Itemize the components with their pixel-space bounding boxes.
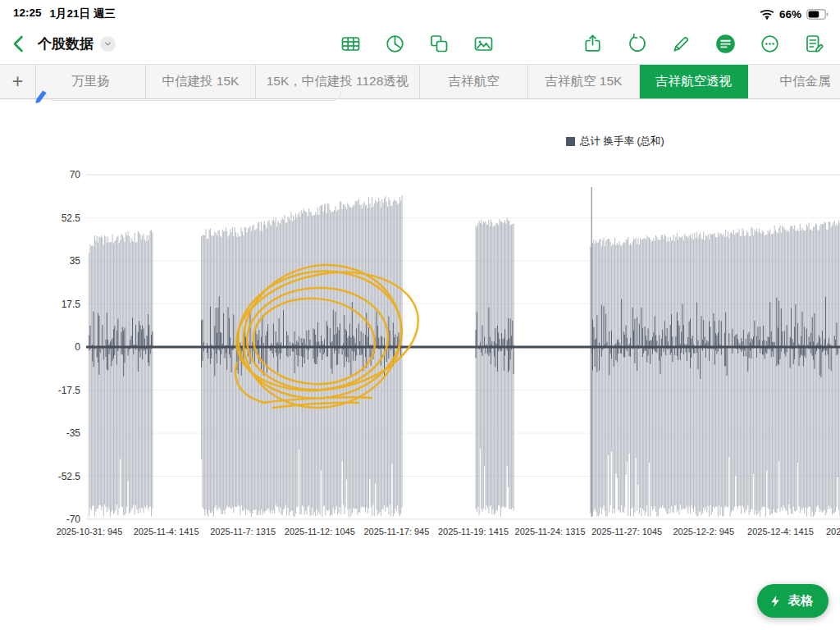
sheet-tab[interactable]: 吉祥航空透视 <box>640 65 748 98</box>
insert-chart-button[interactable] <box>384 33 406 55</box>
chevron-down-icon <box>103 39 113 49</box>
battery-icon <box>806 9 829 20</box>
svg-text:2025-11-7: 1315: 2025-11-7: 1315 <box>210 527 276 536</box>
sheet-tab[interactable]: 万里扬 <box>36 65 146 98</box>
svg-text:2025-11-4: 1415: 2025-11-4: 1415 <box>134 527 199 536</box>
format-icon <box>714 33 737 55</box>
pencil-tool-button[interactable] <box>670 33 692 55</box>
back-button[interactable] <box>8 33 30 55</box>
insert-media-button[interactable] <box>472 33 495 55</box>
title-menu-chip[interactable] <box>100 36 116 52</box>
svg-text:2025-12-2: 945: 2025-12-2: 945 <box>673 527 734 536</box>
sheet-tab[interactable]: 吉祥航空 15K <box>528 65 640 98</box>
chart-icon <box>384 33 406 55</box>
status-date: 1月21日 週三 <box>50 7 116 21</box>
sheet-tab[interactable]: 中信金属 <box>748 65 840 98</box>
annotation-panel-button[interactable] <box>803 33 825 55</box>
svg-text:2025-11-27: 1045: 2025-11-27: 1045 <box>591 527 662 536</box>
sheet-tab[interactable]: 中信建投 15K <box>146 65 256 98</box>
sheet-tabs: + 万里扬中信建投 15K15K，中信建投 1128透视吉祥航空吉祥航空 15K… <box>0 64 840 99</box>
status-time: 12:25 <box>13 7 42 21</box>
legend-swatch <box>566 137 575 146</box>
status-bar: 12:25 1月21日 週三 66% <box>0 0 840 23</box>
svg-text:0: 0 <box>75 341 80 353</box>
document-title-button[interactable]: 个股数据 <box>38 34 116 53</box>
chart-legend: 总计 换手率 (总和) <box>566 135 664 148</box>
svg-text:-35: -35 <box>66 427 81 439</box>
svg-text:2025-12-4: 1415: 2025-12-4: 1415 <box>747 527 814 536</box>
sheet-tab[interactable]: 吉祥航空 <box>420 65 528 98</box>
chart-canvas[interactable]: 7052.53517.50-17.5-35-52.5-702025-10-31:… <box>0 98 840 630</box>
share-icon <box>582 33 604 55</box>
wifi-icon <box>760 8 774 20</box>
svg-text:2025-10-31: 945: 2025-10-31: 945 <box>57 527 123 536</box>
blue-pen-icon <box>33 89 48 104</box>
undo-button[interactable] <box>626 33 648 55</box>
svg-text:-52.5: -52.5 <box>58 471 81 482</box>
pencil-icon <box>670 33 692 55</box>
shapes-icon <box>428 33 450 55</box>
svg-text:202: 202 <box>826 527 840 536</box>
more-button[interactable] <box>759 33 781 55</box>
back-chevron-icon <box>8 33 30 55</box>
battery-percent: 66% <box>779 8 801 21</box>
svg-text:2025-11-19: 1415: 2025-11-19: 1415 <box>438 527 509 536</box>
table-fab-button[interactable]: 表格 <box>757 584 829 618</box>
svg-text:70: 70 <box>70 169 81 180</box>
legend-label: 总计 换手率 (总和) <box>580 135 664 148</box>
svg-text:2025-11-17: 945: 2025-11-17: 945 <box>363 527 429 536</box>
insert-table-button[interactable] <box>340 33 362 55</box>
document-title: 个股数据 <box>38 34 94 53</box>
insert-shape-button[interactable] <box>428 33 450 55</box>
fab-label: 表格 <box>788 593 813 609</box>
media-icon <box>472 33 495 55</box>
table-icon <box>340 33 362 55</box>
share-button[interactable] <box>582 33 604 55</box>
svg-text:-70: -70 <box>66 514 81 525</box>
add-sheet-button[interactable]: + <box>0 65 36 98</box>
sheet-tab[interactable]: 15K，中信建投 1128透视 <box>256 65 420 98</box>
annotation-icon <box>803 33 825 55</box>
svg-text:35: 35 <box>70 255 81 267</box>
more-icon <box>759 33 781 55</box>
lightning-icon <box>769 595 782 608</box>
numbers-app-screen: 12:25 1月21日 週三 66% <box>0 0 840 630</box>
svg-text:52.5: 52.5 <box>62 212 81 224</box>
svg-text:-17.5: -17.5 <box>58 385 81 396</box>
undo-icon <box>626 33 648 55</box>
svg-text:2025-11-12: 1045: 2025-11-12: 1045 <box>285 527 355 536</box>
svg-text:2025-11-24: 1315: 2025-11-24: 1315 <box>515 527 586 536</box>
toolbar: 个股数据 <box>0 23 840 64</box>
format-button[interactable] <box>714 33 737 55</box>
svg-text:17.5: 17.5 <box>62 299 81 310</box>
